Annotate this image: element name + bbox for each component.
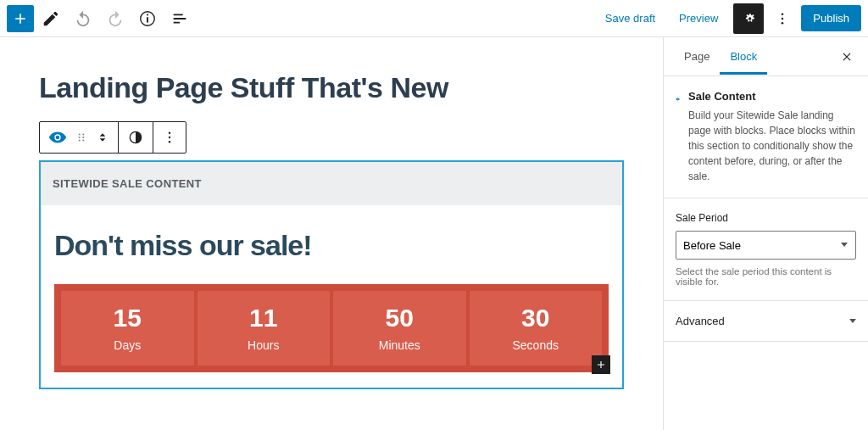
countdown-days-value: 15 — [68, 303, 187, 333]
move-icon — [96, 129, 109, 146]
sale-period-label: Sale Period — [676, 212, 856, 224]
countdown-seconds: 30 Seconds — [470, 291, 603, 366]
undo-icon — [74, 9, 92, 28]
countdown-seconds-value: 30 — [476, 303, 596, 333]
close-icon — [841, 51, 853, 63]
sale-block-header: SITEWIDE SALE CONTENT — [41, 162, 622, 205]
sale-content-block[interactable]: SITEWIDE SALE CONTENT Don't miss our sal… — [39, 160, 624, 389]
countdown-hours-label: Hours — [204, 338, 324, 352]
block-info-title: Sale Content — [688, 90, 856, 103]
svg-point-11 — [82, 139, 84, 141]
countdown-days-label: Days — [68, 338, 187, 352]
tab-page[interactable]: Page — [674, 38, 720, 75]
countdown-timer[interactable]: 15 Days 11 Hours 50 Minutes 30 Seconds — [54, 284, 609, 372]
block-toolbar — [39, 121, 186, 154]
editor-canvas[interactable]: Landing Page Stuff That's New SITEWIDE S… — [0, 37, 663, 430]
svg-point-5 — [782, 21, 784, 24]
svg-point-9 — [82, 137, 84, 138]
tab-block[interactable]: Block — [720, 38, 767, 75]
sale-period-select[interactable]: Before Sale — [676, 231, 856, 260]
block-info-description: Build your Sitewide Sale landing page wi… — [688, 108, 856, 184]
redo-button[interactable] — [100, 3, 131, 34]
preview-button[interactable]: Preview — [670, 7, 726, 30]
close-sidebar-button[interactable] — [836, 47, 858, 66]
block-align-button[interactable] — [118, 122, 153, 153]
settings-sidebar: Page Block Sale Content Build your Sitew… — [663, 37, 868, 430]
svg-point-10 — [79, 139, 81, 141]
publish-button[interactable]: Publish — [801, 5, 861, 31]
gear-icon — [740, 10, 757, 27]
countdown-hours-value: 11 — [204, 303, 324, 333]
countdown-days: 15 Days — [61, 291, 194, 366]
sale-period-panel: Sale Period Before Sale Select the sale … — [664, 198, 868, 301]
pencil-icon — [42, 9, 60, 28]
outline-button[interactable] — [164, 3, 195, 34]
save-draft-button[interactable]: Save draft — [597, 7, 664, 30]
countdown-minutes-label: Minutes — [340, 338, 459, 352]
advanced-panel-toggle[interactable]: Advanced — [664, 301, 868, 342]
countdown-hours: 11 Hours — [198, 291, 331, 366]
block-appender-button[interactable] — [592, 355, 610, 374]
block-info-panel: Sale Content Build your Sitewide Sale la… — [664, 76, 868, 198]
add-block-button[interactable] — [7, 5, 34, 32]
svg-point-3 — [782, 13, 784, 15]
block-more-button[interactable] — [153, 122, 186, 153]
dots-vertical-icon — [162, 130, 177, 145]
eye-icon — [676, 91, 680, 108]
plus-icon — [595, 359, 607, 371]
countdown-minutes-value: 50 — [340, 303, 459, 333]
redo-icon — [106, 9, 125, 28]
drag-icon — [75, 131, 87, 143]
page-title[interactable]: Landing Page Stuff That's New — [39, 71, 624, 104]
sale-heading[interactable]: Don't miss our sale! — [54, 229, 609, 262]
svg-rect-1 — [147, 17, 148, 22]
more-options-button[interactable] — [771, 3, 794, 34]
list-icon — [170, 9, 189, 28]
svg-point-4 — [782, 17, 784, 20]
chevron-down-icon — [849, 319, 856, 323]
eye-icon — [48, 128, 67, 147]
settings-toggle-button[interactable] — [733, 3, 764, 34]
svg-point-15 — [169, 141, 170, 142]
half-circle-icon — [127, 129, 144, 146]
undo-button[interactable] — [68, 3, 98, 34]
svg-rect-2 — [147, 14, 148, 15]
svg-point-7 — [82, 133, 84, 135]
advanced-label: Advanced — [676, 315, 725, 327]
edit-mode-button[interactable] — [36, 3, 66, 34]
svg-point-6 — [79, 133, 81, 135]
countdown-minutes: 50 Minutes — [333, 291, 466, 366]
dots-vertical-icon — [775, 11, 790, 26]
countdown-seconds-label: Seconds — [476, 338, 596, 352]
info-icon — [138, 9, 157, 28]
svg-point-13 — [169, 132, 170, 134]
plus-icon — [12, 10, 29, 27]
svg-point-8 — [79, 137, 81, 138]
editor-topbar: Save draft Preview Publish — [0, 0, 868, 37]
details-button[interactable] — [132, 3, 163, 34]
sale-period-help: Select the sale period this content is v… — [676, 266, 856, 287]
block-type-button[interactable] — [40, 122, 118, 153]
svg-point-14 — [169, 137, 170, 138]
